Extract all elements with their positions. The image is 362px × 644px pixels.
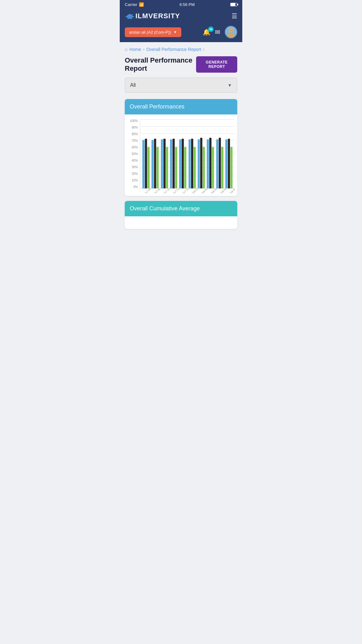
breadcrumb-separator-2: › — [203, 47, 204, 52]
chart-header: Overall Performances — [125, 99, 237, 114]
cumulative-header: Overall Cumulative Average — [125, 201, 237, 216]
time-display: 6:56 PM — [179, 2, 195, 7]
x-label: 2018-02-24 — [200, 189, 208, 193]
bar-blue — [161, 139, 163, 188]
avatar-image — [225, 26, 237, 38]
user-dropdown[interactable]: arslan ali (A2 (Com-P)) ▼ — [125, 27, 181, 37]
bar-group — [170, 139, 177, 188]
bar-green — [194, 147, 196, 188]
wifi-icon: 📶 — [139, 2, 144, 7]
bar-black — [191, 139, 193, 188]
bar-green — [212, 147, 214, 188]
y-label-0: 0% — [127, 186, 138, 189]
bar-group — [225, 139, 233, 188]
filter-value: All — [130, 82, 136, 88]
bar-green — [221, 147, 223, 188]
chevron-down-icon: ▼ — [173, 30, 177, 34]
carrier-info: Carrier 📶 — [125, 2, 144, 7]
header-icons: 🔔 49 ✉ — [203, 26, 237, 38]
page-title: Overall Performance Report — [125, 56, 196, 73]
cumulative-section: Overall Cumulative Average — [125, 201, 237, 229]
bar-group — [198, 138, 205, 188]
carrier-text: Carrier — [125, 2, 137, 7]
logo-cap-icon — [125, 13, 135, 19]
y-label-20: 20% — [127, 172, 138, 175]
bar-black — [145, 139, 147, 188]
y-label-70: 70% — [127, 139, 138, 142]
bar-black — [200, 138, 202, 188]
y-label-60: 60% — [127, 146, 138, 149]
x-label: 2017-12-26 — [181, 189, 189, 193]
chart-title: Overall Performances — [130, 103, 184, 110]
logo-text: ILMVERSITY — [135, 12, 180, 20]
bar-green — [184, 147, 186, 188]
app-header: ILMVERSITY ☰ — [120, 9, 242, 23]
bar-blue — [151, 140, 154, 188]
status-bar: Carrier 📶 6:56 PM — [120, 0, 242, 9]
bar-blue — [225, 139, 228, 188]
bar-green — [175, 147, 177, 188]
bar-group — [216, 138, 223, 188]
y-label-40: 40% — [127, 159, 138, 162]
breadcrumb-home-link[interactable]: Home — [129, 47, 141, 52]
chart-area: 100% 90% 80% 70% 60% 50% 40% 30% 20% 10%… — [127, 119, 235, 189]
chart-body: 100% 90% 80% 70% 60% 50% 40% 30% 20% 10%… — [125, 114, 237, 196]
x-label: 2017-10-27 — [162, 189, 171, 193]
battery-indicator — [230, 3, 237, 6]
overall-performances-chart: Overall Performances 100% 90% 80% 70% 60… — [125, 99, 237, 196]
cumulative-title: Overall Cumulative Average — [130, 205, 200, 212]
page-title-row: Overall Performance Report GENERATE REPO… — [125, 56, 237, 73]
y-label-50: 50% — [127, 153, 138, 156]
bar-group — [179, 139, 186, 188]
bar-black — [228, 139, 230, 188]
svg-point-5 — [230, 30, 230, 31]
x-label: 2017-08-28 — [143, 189, 152, 193]
bar-group — [151, 139, 159, 188]
avatar[interactable] — [225, 26, 237, 38]
user-label: arslan ali (A2 (Com-P)) — [129, 30, 171, 35]
logo[interactable]: ILMVERSITY — [125, 12, 180, 20]
generate-report-button[interactable]: GENERATE REPORT — [196, 56, 237, 73]
bar-black — [182, 139, 184, 188]
chart-plot — [140, 119, 235, 189]
hamburger-menu[interactable]: ☰ — [232, 13, 237, 19]
cumulative-body — [125, 216, 237, 229]
bar-black — [209, 138, 211, 188]
y-label-10: 10% — [127, 179, 138, 182]
bar-blue — [179, 139, 181, 188]
y-label-80: 80% — [127, 133, 138, 136]
y-label-90: 90% — [127, 126, 138, 129]
x-axis: 2017-08-282017-09-272017-10-272017-11-26… — [142, 189, 235, 193]
bar-group — [142, 139, 150, 188]
bar-blue — [142, 140, 145, 188]
y-label-30: 30% — [127, 166, 138, 169]
bar-blue — [207, 139, 209, 188]
bar-group — [161, 139, 168, 188]
bar-group — [207, 138, 214, 188]
bar-black — [163, 139, 166, 188]
bar-green — [203, 147, 205, 188]
x-label: 2018-01-25 — [190, 189, 199, 193]
bar-blue — [170, 139, 172, 188]
notification-bell[interactable]: 🔔 49 — [203, 28, 211, 36]
breadcrumb: ⌂ Home › Overall Performance Report › — [120, 42, 242, 56]
bar-black — [219, 138, 221, 188]
sub-header: arslan ali (A2 (Com-P)) ▼ 🔔 49 ✉ — [120, 23, 242, 42]
bar-blue — [216, 139, 218, 188]
bar-blue — [189, 139, 191, 188]
avatar-svg — [225, 26, 237, 38]
y-label-100: 100% — [127, 119, 138, 123]
x-label: 2018-03-26 — [209, 189, 218, 193]
dropdown-arrow-icon: ▼ — [228, 83, 232, 88]
bar-group — [189, 139, 196, 188]
bar-black — [154, 139, 156, 188]
x-label: 2017-11-26 — [171, 189, 180, 193]
bar-blue — [198, 139, 200, 188]
svg-point-2 — [227, 33, 234, 38]
envelope-icon[interactable]: ✉ — [215, 28, 220, 36]
breadcrumb-current-link[interactable]: Overall Performance Report — [146, 47, 201, 52]
x-label: 2018-05-25 — [228, 189, 235, 193]
x-label: 2017-09-27 — [152, 189, 161, 193]
filter-dropdown[interactable]: All ▼ — [125, 78, 237, 93]
svg-rect-4 — [229, 29, 233, 31]
